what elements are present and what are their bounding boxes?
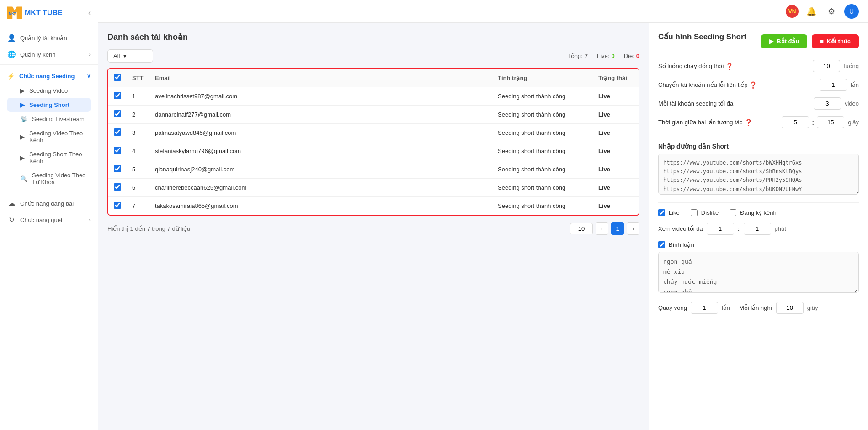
livestream-icon: 📡 (20, 116, 27, 122)
row-email: charlinerebeccaan625@gmail.com (149, 179, 492, 197)
row-stt: 1 (127, 87, 149, 106)
sidebar-item-seeding-livestream[interactable]: 📡 Seeding Livestream (7, 112, 91, 126)
sidebar-item-quan-ly-tai-khoan[interactable]: 👤 Quản lý tài khoản (0, 30, 98, 46)
row-trang-thai: Live (593, 160, 639, 179)
avatar[interactable]: U (844, 4, 859, 19)
page-size-input[interactable] (570, 223, 593, 234)
sidebar-item-seeding-short[interactable]: ▶ Seeding Short (7, 98, 91, 112)
sidebar-item-seeding-video-theo-kenh[interactable]: ▶ Seeding Video Theo Kênh (7, 126, 91, 147)
row-checkbox[interactable] (114, 92, 121, 99)
right-panel: Cấu hình Seeding Short ▶ Bắt đầu ■ Kết t… (649, 23, 868, 430)
url-section: Nhập đường dẫn Short (658, 143, 859, 196)
table-row: 2 dannareinaff277@gmail.com Seeding shor… (108, 106, 639, 124)
help-icon2[interactable]: ❓ (749, 81, 757, 89)
nghi-group: Mỗi lần nghỉ giây (739, 302, 818, 314)
row-checkbox[interactable] (114, 128, 121, 136)
so-luong-input[interactable] (813, 60, 840, 72)
dislike-checkbox-row[interactable]: Dislike (691, 209, 719, 216)
chuyen-tk-input[interactable] (820, 79, 847, 91)
row-checkbox[interactable] (114, 183, 121, 191)
thoi-gian-input2[interactable] (817, 116, 844, 128)
moi-tk-input[interactable] (814, 97, 841, 110)
sidebar-item-seeding-video[interactable]: ▶ Seeding Video (7, 84, 91, 98)
watch-unit: phút (775, 225, 786, 232)
row-tinh-trang: Seeding short thành công (492, 160, 593, 179)
dang-ky-kenh-checkbox-row[interactable]: Đăng ký kênh (730, 209, 777, 216)
nghi-input[interactable] (776, 302, 804, 314)
btn-start[interactable]: ▶ Bắt đầu (761, 34, 807, 48)
sidebar-item-chuc-nang-dang-bai[interactable]: ☁ Chức năng đăng bài (0, 195, 98, 212)
divider (0, 193, 98, 193)
settings-icon[interactable]: ⚙ (824, 4, 839, 19)
select-all-checkbox[interactable] (114, 74, 121, 81)
sidebar-item-seeding-short-theo-kenh[interactable]: ▶ Seeding Short Theo Kênh (7, 147, 91, 168)
pagination: Hiển thị 1 đến 7 trong 7 dữ liệu ‹ 1 › (107, 222, 639, 235)
watch-input1[interactable] (707, 223, 734, 235)
like-checkbox[interactable] (658, 209, 665, 216)
sidebar-item-chuc-nang-quet[interactable]: ↻ Chức năng quét › (0, 212, 98, 228)
row-email: stefaniaskylarhu796@gmail.com (149, 142, 492, 160)
comment-checkbox[interactable] (658, 241, 665, 248)
url-textarea[interactable] (658, 154, 859, 195)
dang-ky-kenh-label: Đăng ký kênh (740, 209, 777, 216)
row-checkbox[interactable] (114, 110, 121, 117)
pagination-controls: ‹ 1 › (570, 222, 639, 235)
moi-tk-unit: video (845, 100, 859, 107)
video-kenh-icon: ▶ (20, 133, 25, 140)
prev-page-btn[interactable]: ‹ (596, 222, 608, 235)
help-icon3[interactable]: ❓ (745, 119, 752, 126)
sidebar: MKT MKT TUBE ‹ 👤 Quản lý tài khoản 🌐 Quả… (0, 0, 98, 430)
thoi-gian-input1[interactable] (782, 116, 809, 128)
quay-vong-group: Quay vòng lần (658, 302, 730, 314)
sidebar-nav: 👤 Quản lý tài khoản 🌐 Quản lý kênh › ⚡ C… (0, 26, 98, 232)
stop-icon: ■ (820, 38, 824, 45)
tong-val: 7 (585, 53, 588, 59)
row-checkbox[interactable] (114, 165, 121, 172)
row-email: palmasatyawd845@gmail.com (149, 124, 492, 142)
row-checkbox-cell (108, 197, 127, 215)
sidebar-item-label: Seeding Video (29, 87, 68, 94)
row-email: takakosamiraia865@gmail.com (149, 197, 492, 215)
main-content: VN 🔔 ⚙ U Danh sách tài khoản All ▾ Tổng:… (98, 0, 868, 430)
sidebar-item-label: Seeding Short Theo Kênh (29, 151, 91, 165)
filter-select[interactable]: All ▾ (107, 49, 153, 63)
chevron-right-icon: › (89, 52, 91, 57)
sidebar-item-quan-ly-kenh[interactable]: 🌐 Quản lý kênh › (0, 46, 98, 63)
row-trang-thai: Live (593, 106, 639, 124)
seeding-section-header[interactable]: ⚡ Chức năng Seeding ∨ (7, 69, 91, 84)
quay-vong-input[interactable] (691, 302, 718, 314)
logo-text: MKT TUBE (25, 9, 63, 17)
table-row: 7 takakosamiraia865@gmail.com Seeding sh… (108, 197, 639, 215)
comment-checkbox-row[interactable]: Bình luận (658, 241, 859, 248)
row-checkbox[interactable] (114, 147, 121, 154)
seeding-section-icon: ⚡ (7, 73, 15, 80)
row-stt: 7 (127, 197, 149, 215)
nghi-unit: giây (807, 304, 818, 311)
row-checkbox[interactable] (114, 202, 121, 209)
btn-stop[interactable]: ■ Kết thúc (812, 34, 859, 48)
so-luong-label: Số luồng chạy đồng thời ❓ (658, 63, 809, 70)
search-icon: 🔍 (20, 175, 27, 182)
dislike-checkbox[interactable] (691, 209, 698, 216)
dang-ky-kenh-checkbox[interactable] (730, 209, 736, 216)
bell-icon[interactable]: 🔔 (804, 4, 819, 19)
accounts-table: STT Email Tình trạng Trạng thái 1 avelin… (108, 69, 639, 215)
next-page-btn[interactable]: › (627, 222, 639, 235)
row-checkbox-cell (108, 106, 127, 124)
sidebar-item-seeding-video-theo-tu-khoa[interactable]: 🔍 Seeding Video Theo Từ Khoá (7, 168, 91, 189)
page-1-btn[interactable]: 1 (611, 222, 624, 235)
flag-icon[interactable]: VN (786, 5, 799, 18)
comment-section: Bình luận (658, 241, 859, 294)
watch-input2[interactable] (744, 223, 771, 235)
row-trang-thai: Live (593, 142, 639, 160)
help-icon[interactable]: ❓ (725, 63, 733, 70)
like-checkbox-row[interactable]: Like (658, 209, 680, 216)
row-tinh-trang: Seeding short thành công (492, 179, 593, 197)
thoi-gian-label: Thời gian giữa hai lần tương tác ❓ (658, 119, 778, 126)
dislike-label: Dislike (701, 209, 719, 216)
scan-icon: ↻ (7, 216, 16, 224)
sidebar-collapse-btn[interactable]: ‹ (88, 9, 91, 17)
seeding-section: ⚡ Chức năng Seeding ∨ ▶ Seeding Video ▶ … (0, 67, 98, 191)
comment-textarea[interactable] (658, 252, 859, 293)
table-row: 5 qianaquirinasj240@gmail.com Seeding sh… (108, 160, 639, 179)
